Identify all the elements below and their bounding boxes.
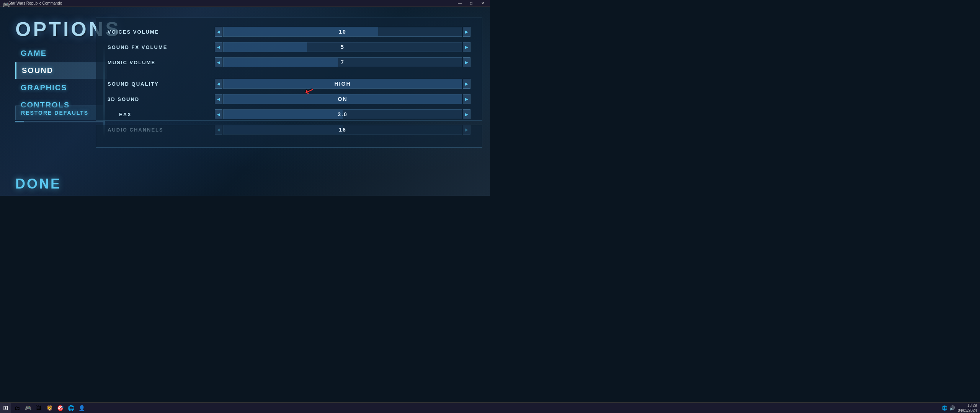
sound-fx-volume-label: SOUND FX VOLUME: [108, 44, 215, 50]
eax-row: EAX ◄ 3.0 ►: [108, 108, 470, 120]
restore-defaults-button[interactable]: RESTORE DEFAULTS: [15, 106, 103, 120]
3d-sound-value: ON: [338, 96, 348, 102]
window-title: Star Wars Republic Commando: [8, 1, 455, 5]
music-volume-decrease[interactable]: ◄: [215, 57, 222, 67]
settings-panel: VOICES VOLUME ◄ 10 ► SOUND FX VOLUME ◄ 5…: [96, 18, 482, 121]
sound-fx-volume-control: ◄ 5 ►: [215, 42, 470, 52]
sound-quality-value: HIGH: [335, 81, 351, 87]
music-volume-control: ◄ 7 ►: [215, 57, 470, 67]
info-panel: [96, 125, 482, 148]
sound-fx-volume-increase[interactable]: ►: [463, 42, 470, 52]
music-volume-increase[interactable]: ►: [463, 57, 470, 67]
voices-volume-control: ◄ 10 ►: [215, 27, 470, 37]
sound-quality-row: SOUND QUALITY ◄ HIGH ►: [108, 78, 470, 90]
sound-fx-volume-value: 5: [341, 44, 345, 50]
sound-quality-label: SOUND QUALITY: [108, 81, 215, 87]
sidebar-nav: GAME SOUND GRAPHICS CONTROLS: [15, 45, 103, 114]
sound-quality-decrease[interactable]: ◄: [215, 79, 222, 89]
game-area: OPTIONS GAME SOUND GRAPHICS CONTROLS RES…: [0, 7, 490, 196]
voices-volume-row: VOICES VOLUME ◄ 10 ►: [108, 26, 470, 38]
eax-bar: 3.0: [223, 109, 462, 119]
done-button[interactable]: DONE: [15, 176, 61, 192]
3d-sound-row: 3D SOUND ◄ ON ►: [108, 93, 470, 105]
sidebar-item-graphics[interactable]: GRAPHICS: [15, 80, 103, 96]
titlebar: 🎮 Star Wars Republic Commando — □ ✕: [0, 0, 490, 7]
music-volume-value: 7: [341, 59, 345, 65]
eax-value: 3.0: [338, 111, 347, 117]
sound-fx-volume-row: SOUND FX VOLUME ◄ 5 ►: [108, 41, 470, 53]
sound-quality-control: ◄ HIGH ►: [215, 79, 470, 89]
eax-fill: [224, 110, 343, 119]
voices-volume-decrease[interactable]: ◄: [215, 27, 222, 37]
voices-volume-bar: 10: [223, 27, 462, 37]
sound-fx-volume-bar: 5: [223, 42, 462, 52]
eax-decrease[interactable]: ◄: [215, 109, 222, 119]
restore-progress-fill: [15, 121, 24, 122]
window-icon: 🎮: [2, 1, 7, 6]
restore-defaults-section: RESTORE DEFAULTS: [15, 106, 103, 122]
eax-increase[interactable]: ►: [463, 109, 470, 119]
restore-progress-bar: [15, 121, 103, 122]
sidebar-item-sound[interactable]: SOUND: [15, 62, 103, 79]
3d-sound-increase[interactable]: ►: [463, 94, 470, 104]
eax-control: ◄ 3.0 ►: [215, 109, 470, 119]
music-volume-row: MUSIC VOLUME ◄ 7 ►: [108, 56, 470, 68]
music-volume-label: MUSIC VOLUME: [108, 60, 215, 65]
3d-sound-decrease[interactable]: ◄: [215, 94, 222, 104]
section-spacer: [108, 72, 470, 78]
audio-channels-value: 16: [339, 127, 346, 133]
sound-fx-volume-fill: [224, 42, 307, 52]
3d-sound-control: ◄ ON ►: [215, 94, 470, 104]
eax-label: EAX: [108, 112, 215, 117]
voices-volume-increase[interactable]: ►: [463, 27, 470, 37]
voices-volume-label: VOICES VOLUME: [108, 29, 215, 35]
voices-volume-fill: [224, 27, 378, 36]
sidebar-item-game[interactable]: GAME: [15, 45, 103, 62]
music-volume-bar: 7: [223, 57, 462, 67]
voices-volume-value: 10: [339, 29, 346, 35]
sound-fx-volume-decrease[interactable]: ◄: [215, 42, 222, 52]
3d-sound-label: 3D SOUND: [108, 96, 215, 102]
sound-quality-increase[interactable]: ►: [463, 79, 470, 89]
music-volume-fill: [224, 58, 338, 67]
sound-quality-bar: HIGH: [223, 79, 462, 89]
3d-sound-bar: ON: [223, 94, 462, 104]
